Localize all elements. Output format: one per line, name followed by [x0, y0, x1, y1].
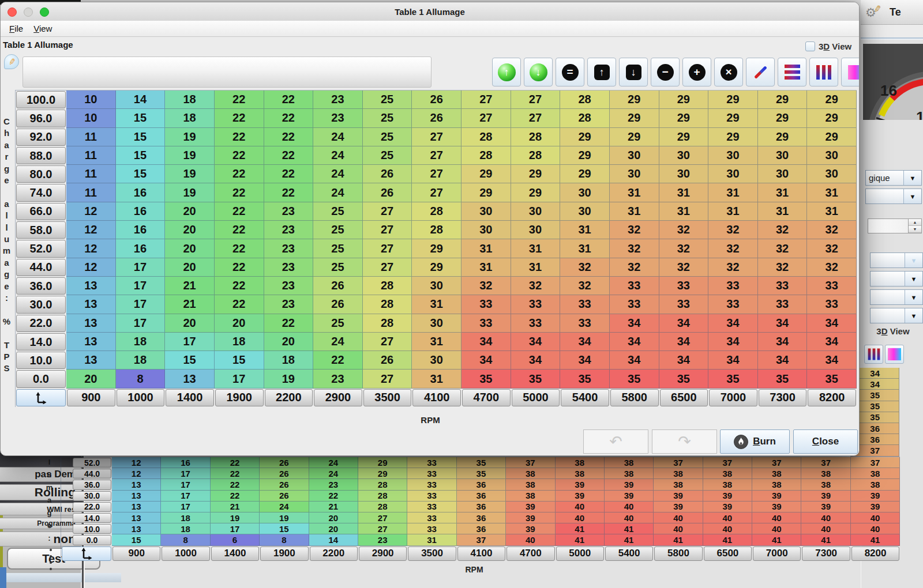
table-cell[interactable]: 27 [412, 183, 462, 202]
table-cell[interactable]: 28 [412, 221, 462, 239]
col-header[interactable]: 8200 [851, 546, 899, 561]
col-header[interactable]: 7000 [753, 546, 801, 561]
table-cell[interactable]: 32 [610, 258, 659, 277]
table-cell[interactable]: 27 [511, 91, 561, 109]
table-cell[interactable]: 40 [506, 534, 555, 545]
table-cell[interactable]: 23 [313, 91, 363, 109]
table-cell[interactable]: 20 [165, 202, 215, 221]
table-cell[interactable]: 34 [511, 333, 561, 351]
table-cell[interactable]: 40 [556, 502, 605, 512]
increment-button[interactable]: ↑ [587, 58, 616, 86]
table-cell[interactable]: 31 [708, 183, 758, 202]
row-header[interactable]: 0.0 [73, 535, 111, 545]
table-cell[interactable]: 17 [116, 277, 166, 295]
table-cell[interactable]: 18 [161, 512, 210, 523]
table-cell[interactable]: 39 [654, 491, 703, 502]
number-spinner[interactable]: ▲ ▼ [868, 218, 922, 233]
col-header[interactable]: 7300 [802, 546, 850, 561]
table-cell[interactable]: 28 [560, 109, 610, 127]
value-entry-strip[interactable] [22, 56, 432, 88]
col-header[interactable]: 900 [112, 546, 160, 561]
table-cell[interactable]: 33 [807, 295, 857, 314]
table-cell[interactable]: 27 [363, 370, 412, 388]
table-cell[interactable]: 34 [610, 314, 659, 333]
table-cell[interactable]: 10 [66, 109, 116, 127]
table-cell[interactable]: 40 [605, 512, 654, 523]
table-cell[interactable]: 33 [659, 277, 709, 295]
table-cell[interactable]: 26 [412, 109, 462, 127]
table-cell[interactable]: 33 [407, 479, 456, 490]
table-cell[interactable]: 36 [457, 502, 506, 512]
table-cell[interactable]: 29 [560, 128, 610, 146]
menu-file[interactable]: File [4, 22, 28, 35]
table-cell[interactable]: 36 [457, 479, 506, 490]
table-cell[interactable]: 32 [807, 258, 857, 277]
table-cell[interactable]: 33 [407, 502, 456, 512]
table-cell[interactable]: 16 [116, 221, 166, 239]
row-header[interactable]: 52.0 [16, 240, 66, 257]
table-cell[interactable]: 38 [851, 479, 900, 490]
table-cell[interactable]: 30 [758, 165, 808, 183]
table-cell[interactable]: 24 [313, 183, 363, 202]
table-cell[interactable]: 31 [807, 202, 857, 221]
table-cell[interactable]: 31 [708, 202, 758, 221]
table-cell[interactable]: 35 [659, 370, 709, 388]
table-cell[interactable]: 35 [560, 370, 610, 388]
table-cell[interactable]: 21 [309, 502, 358, 512]
table-cell[interactable]: 23 [264, 258, 314, 277]
table-cell[interactable]: 22 [215, 295, 264, 314]
table-cell[interactable]: 30 [610, 165, 659, 183]
table-cell[interactable]: 30 [708, 165, 758, 183]
table-cell[interactable]: 17 [116, 314, 166, 333]
table-cell[interactable]: 29 [462, 165, 511, 183]
table-cell[interactable]: 15 [116, 128, 166, 146]
table-cell[interactable]: 41 [851, 534, 900, 545]
view-3d-checkbox[interactable] [805, 42, 815, 51]
view-3d-toggle[interactable]: 3D View [805, 42, 851, 51]
row-header[interactable]: 58.0 [16, 221, 66, 239]
table-cell[interactable]: 38 [506, 468, 555, 479]
table-cell[interactable]: 38 [605, 457, 654, 468]
table-cell[interactable]: 32 [807, 221, 857, 239]
table-cell[interactable]: 22 [215, 221, 264, 239]
table-cell[interactable]: 28 [511, 146, 561, 165]
col-header[interactable]: 2200 [310, 546, 358, 561]
table-cell[interactable]: 26 [260, 457, 309, 468]
row-header[interactable]: 96.0 [16, 110, 66, 127]
row-header[interactable]: 36.0 [16, 277, 66, 295]
table-cell[interactable]: 31 [412, 333, 462, 351]
row-header[interactable]: 10.0 [73, 524, 111, 534]
table-cell[interactable]: 40 [851, 523, 900, 534]
table-cell[interactable]: 40 [654, 512, 703, 523]
table-cell[interactable]: 28 [363, 295, 412, 314]
table-cell[interactable]: 39 [752, 491, 801, 502]
table-cell[interactable]: 22 [264, 146, 314, 165]
table-cell[interactable]: 41 [654, 534, 703, 545]
table-cell[interactable]: 29 [708, 128, 758, 146]
chevron-down-icon[interactable]: ▼ [905, 308, 922, 323]
dropdown[interactable]: ▼ [870, 308, 923, 323]
table-cell[interactable]: 20 [165, 314, 215, 333]
table-cell[interactable]: 25 [313, 258, 363, 277]
table-cell[interactable]: 29 [610, 109, 659, 127]
col-header[interactable]: 900 [67, 389, 115, 406]
table-cell[interactable]: 29 [758, 128, 808, 146]
table-cell[interactable]: 34 [708, 333, 758, 351]
table-cell[interactable]: 26 [260, 468, 309, 479]
col-header[interactable]: 3500 [408, 546, 456, 561]
dropdown[interactable]: ▼ [865, 189, 922, 204]
table-cell[interactable]: 41 [605, 523, 654, 534]
table-cell[interactable]: 23 [264, 202, 314, 221]
table-cell[interactable]: 17 [161, 479, 210, 490]
table-cell[interactable]: 8 [260, 534, 309, 545]
table-cell[interactable]: 30 [758, 146, 808, 165]
table-cell[interactable]: 39 [703, 502, 752, 512]
table-cell[interactable]: 39 [752, 502, 801, 512]
table-cell[interactable]: 36 [457, 523, 506, 534]
table-cell[interactable]: 23 [264, 277, 314, 295]
table-cell[interactable]: 30 [412, 351, 462, 370]
table-cell[interactable]: 40 [556, 512, 605, 523]
table-cell[interactable]: 8 [116, 370, 166, 388]
table-cell[interactable]: 26 [313, 295, 363, 314]
table-cell[interactable]: 38 [752, 468, 801, 479]
